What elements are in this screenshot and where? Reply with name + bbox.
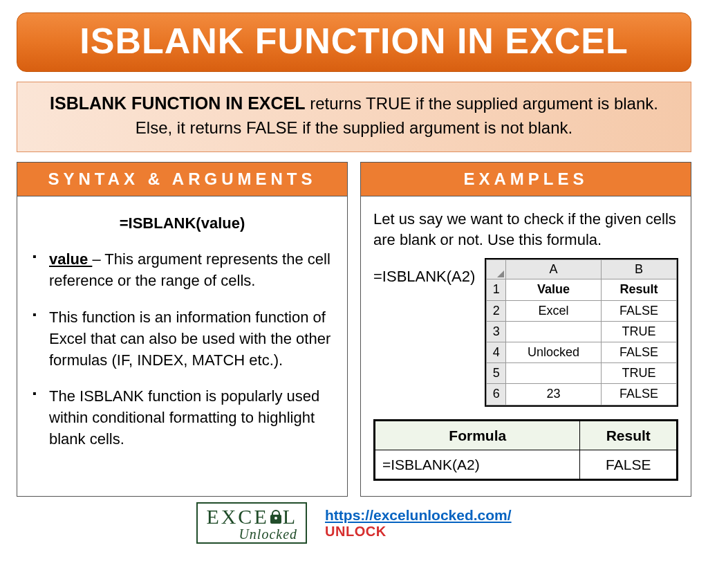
row-header: 4	[487, 342, 506, 362]
examples-card: EXAMPLES Let us say we want to check if …	[360, 162, 691, 497]
columns: SYNTAX & ARGUMENTS =ISBLANK(value) value…	[17, 162, 691, 497]
cell: Result	[601, 279, 676, 300]
cell: TRUE	[601, 321, 676, 342]
row-header: 5	[487, 363, 506, 384]
syntax-card: SYNTAX & ARGUMENTS =ISBLANK(value) value…	[17, 162, 348, 497]
syntax-body: =ISBLANK(value) value – This argument re…	[17, 196, 347, 466]
cell: Excel	[506, 300, 602, 321]
syntax-header: SYNTAX & ARGUMENTS	[17, 163, 347, 196]
arg-name: value	[49, 250, 92, 268]
cell: Unlocked	[506, 342, 602, 362]
syntax-formula: =ISBLANK(value)	[30, 213, 335, 235]
fr-header: Formula	[375, 421, 580, 450]
formula-result-table: Formula Result =ISBLANK(A2) FALSE	[373, 419, 678, 481]
cell: FALSE	[601, 384, 676, 405]
footer-url[interactable]: https://excelunlocked.com/	[325, 507, 512, 523]
intro-box: ISBLANK FUNCTION IN EXCEL returns TRUE i…	[17, 82, 691, 152]
cell: 23	[506, 384, 602, 405]
row-header: 2	[487, 300, 506, 321]
row-header: 3	[487, 321, 506, 342]
footer: EXCE L Unlocked https://excelunlocked.co…	[17, 502, 691, 544]
fr-cell: =ISBLANK(A2)	[375, 450, 580, 479]
page-title: ISBLANK FUNCTION IN EXCEL	[17, 12, 691, 72]
fr-header: Result	[580, 421, 677, 450]
arg-desc: – This argument represents the cell refe…	[49, 250, 330, 289]
examples-body: Let us say we want to check if the given…	[361, 196, 691, 497]
examples-intro: Let us say we want to check if the given…	[373, 209, 678, 252]
fr-cell: FALSE	[580, 450, 677, 479]
syntax-bullet: value – This argument represents the cel…	[30, 249, 335, 292]
examples-header: EXAMPLES	[361, 163, 691, 196]
lock-icon	[270, 510, 281, 524]
row-header: 6	[487, 384, 506, 405]
bullet-text: The ISBLANK function is popularly used w…	[49, 387, 319, 448]
logo-text-1b: L	[283, 506, 297, 527]
col-header: B	[601, 260, 676, 279]
col-header: A	[506, 260, 602, 279]
cell	[506, 363, 602, 384]
footer-links: https://excelunlocked.com/ UNLOCK	[325, 507, 512, 540]
syntax-bullet: This function is an information function…	[30, 307, 335, 371]
examples-split: =ISBLANK(A2) A B 1 Value Result	[373, 258, 678, 406]
cell: FALSE	[601, 300, 676, 321]
footer-unlock: UNLOCK	[325, 524, 386, 539]
syntax-bullets: value – This argument represents the cel…	[30, 249, 335, 450]
cell: TRUE	[601, 363, 676, 384]
logo: EXCE L Unlocked	[196, 502, 307, 544]
cell: FALSE	[601, 342, 676, 362]
logo-text-2: Unlocked	[206, 527, 297, 541]
excel-corner	[487, 260, 506, 279]
row-header: 1	[487, 279, 506, 300]
bullet-text: This function is an information function…	[49, 309, 330, 369]
excel-screenshot: A B 1 Value Result 2 Excel FALSE	[485, 258, 678, 406]
logo-text-1a: EXCE	[206, 506, 268, 527]
examples-formula: =ISBLANK(A2)	[373, 258, 475, 288]
cell	[506, 321, 602, 342]
intro-lead: ISBLANK FUNCTION IN EXCEL	[50, 93, 305, 113]
cell: Value	[506, 279, 602, 300]
syntax-bullet: The ISBLANK function is popularly used w…	[30, 386, 335, 450]
